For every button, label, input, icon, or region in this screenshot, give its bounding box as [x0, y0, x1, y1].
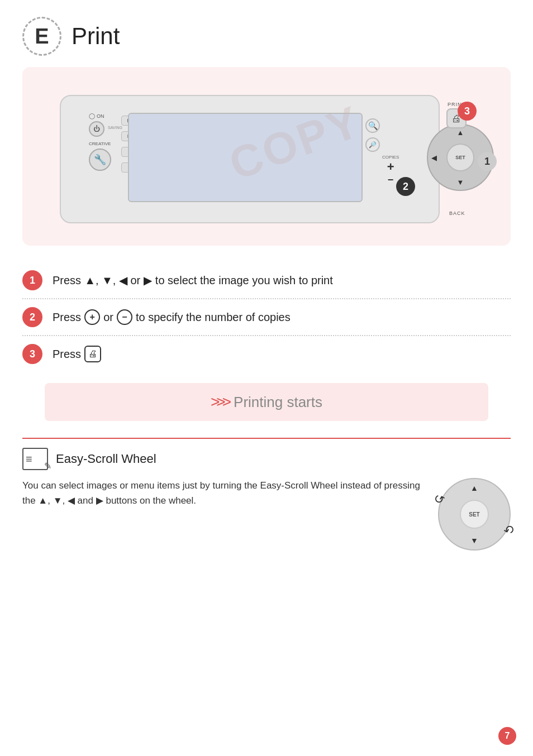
copies-label: COPIES [382, 155, 399, 160]
chevrons: >>> [211, 393, 228, 411]
wheel-diagram: ▲ ▼ SET ↺ ↺ [438, 478, 511, 551]
zoom-out-button[interactable]: 🔎 [365, 137, 380, 152]
dpad: ▲ ▼ ◀ ▶ SET 1 [427, 124, 494, 191]
step-badge-1: 1 [478, 152, 497, 171]
wheel-outer: ▲ ▼ SET [438, 478, 511, 551]
print-area: PRINT 🖨 3 [446, 102, 467, 130]
back-label: BACK [449, 210, 465, 216]
e-badge: E [22, 17, 61, 56]
page-title: Print [72, 23, 120, 50]
device-body: ◯ ON ⏻ SAVING CREATIVE 🔧 MODE MENU DISP … [60, 95, 440, 223]
power-button[interactable]: ⏻ SAVING [89, 121, 104, 137]
dpad-up-arrow: ▲ [457, 128, 464, 137]
device-area: ◯ ON ⏻ SAVING CREATIVE 🔧 MODE MENU DISP … [22, 67, 511, 246]
step-badge-2: 2 [396, 177, 415, 196]
step3-before: Press [53, 348, 81, 361]
wheel-down-arrow: ▼ [470, 536, 478, 545]
easy-scroll-icon: ≡ ✎ [22, 448, 48, 470]
creative-button[interactable]: 🔧 [89, 149, 111, 171]
easy-scroll-section: ≡ ✎ Easy-Scroll Wheel You can select ima… [22, 438, 511, 551]
page: E Print ◯ ON ⏻ SAVING CREATIVE 🔧 [0, 0, 533, 756]
step-text-1: Press ▲, ▼, ◀ or ▶ to select the image y… [53, 274, 333, 287]
step-row-3: 3 Press 🖨 [22, 336, 511, 372]
scroll-icon-lines: ≡ [26, 453, 32, 466]
easy-scroll-header: ≡ ✎ Easy-Scroll Wheel [22, 448, 511, 470]
plus-circle-icon: + [84, 309, 100, 325]
step-badge-3: 3 [458, 102, 477, 121]
step-row-2: 2 Press + or − to specify the number of … [22, 299, 511, 336]
step1-after: to select the image you wish to print [155, 274, 333, 287]
steps-section: 1 Press ▲, ▼, ◀ or ▶ to select the image… [22, 262, 511, 372]
step-row-1: 1 Press ▲, ▼, ◀ or ▶ to select the image… [22, 262, 511, 299]
dpad-down-arrow: ▼ [457, 178, 464, 186]
step2-or: or [103, 311, 113, 324]
copies-plus-button[interactable]: + [382, 160, 399, 174]
header: E Print [22, 17, 511, 56]
easy-scroll-description: You can select images or menu items just… [22, 478, 427, 508]
step-text-2: Press + or − to specify the number of co… [53, 309, 291, 325]
copies-area: COPIES + − [382, 155, 399, 186]
step1-arrows: ▲, ▼, ◀ or ▶ [84, 274, 152, 287]
printer-icon: 🖨 [84, 346, 101, 362]
mag-buttons: 🔍 🔎 [365, 118, 380, 152]
page-number: 7 [498, 727, 516, 745]
dpad-left-arrow: ◀ [431, 154, 437, 162]
step2-after: to specify the number of copies [136, 311, 291, 324]
zoom-in-button[interactable]: 🔍 [365, 118, 380, 133]
wheel-set-button[interactable]: SET [460, 500, 489, 529]
easy-scroll-body: You can select images or menu items just… [22, 478, 511, 551]
step-number-2: 2 [22, 307, 42, 327]
scroll-arrow-icon: ✎ [44, 461, 51, 471]
set-button[interactable]: SET [446, 143, 474, 171]
step-text-3: Press 🖨 [53, 346, 101, 362]
step1-before: Press [53, 274, 81, 287]
minus-circle-icon: − [117, 309, 132, 325]
device-screen [128, 113, 363, 202]
step-number-3: 3 [22, 344, 42, 364]
saving-label: SAVING [108, 126, 122, 130]
device-diagram: ◯ ON ⏻ SAVING CREATIVE 🔧 MODE MENU DISP … [37, 84, 496, 235]
printing-starts-text: Printing starts [234, 394, 322, 411]
step-number-1: 1 [22, 270, 42, 290]
easy-scroll-title: Easy-Scroll Wheel [56, 452, 156, 466]
wheel-up-arrow: ▲ [470, 484, 478, 492]
step2-before: Press [53, 311, 81, 324]
printing-box: >>> Printing starts [45, 383, 488, 421]
